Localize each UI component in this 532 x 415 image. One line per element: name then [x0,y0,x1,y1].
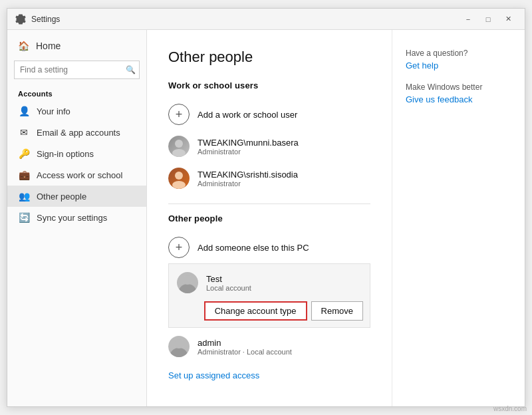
svg-point-1 [172,149,186,157]
admin-user-row[interactable]: admin Administrator · Local account [168,331,370,362]
add-work-user-row[interactable]: + Add a work or school user [168,98,370,130]
other-people-section-title: Other people [168,213,370,223]
tweaking-srishti-avatar [168,168,190,189]
work-school-section-title: Work or school users [168,80,370,90]
tweaking-srishti-name: TWEAKING\srishti.sisodia [198,170,298,180]
search-input[interactable] [14,61,140,79]
sidebar-item-label: Email & app accounts [37,128,120,138]
sidebar-item-other-people[interactable]: 👥 Other people [7,186,146,207]
page-title: Other people [168,49,370,66]
feedback-link[interactable]: Give us feedback [406,94,511,104]
email-icon: ✉ [18,127,30,138]
sidebar-section-label: Accounts [7,86,146,100]
tweaking-srishti-info: TWEAKING\srishti.sisodia Administrator [198,170,298,188]
sidebar-search: 🔍 [14,61,140,79]
tweaking-munni-sub: Administrator [198,148,299,156]
signin-icon: 🔑 [18,148,30,159]
maximize-button[interactable]: □ [479,13,497,26]
sidebar-item-label: Access work or school [37,170,122,180]
minimize-button[interactable]: − [460,13,477,26]
sidebar-item-label: Your info [37,106,70,116]
sidebar-item-work-school[interactable]: 💼 Access work or school [7,164,146,186]
sidebar-home-button[interactable]: 🏠 Home [7,35,146,57]
admin-user-name: admin [198,338,292,348]
sidebar-item-email-app[interactable]: ✉ Email & app accounts [7,122,146,143]
people-icon: 👥 [18,191,30,202]
sidebar-item-sync-settings[interactable]: 🔄 Sync your settings [7,207,146,228]
question-label: Have a question? [406,49,511,58]
titlebar-controls: − □ ✕ [460,13,517,26]
add-other-person-label: Add someone else to this PC [198,243,309,253]
sidebar: 🏠 Home 🔍 Accounts 👤 Your info ✉ Email & … [7,30,147,406]
home-label: Home [36,41,61,51]
right-panel: Have a question? Get help Make Windows b… [392,30,525,406]
setup-assigned-access-link[interactable]: Set up assigned access [168,370,259,380]
your-info-icon: 👤 [18,106,30,116]
add-other-person-row[interactable]: + Add someone else to this PC [168,231,370,263]
content-area: 🏠 Home 🔍 Accounts 👤 Your info ✉ Email & … [7,30,525,406]
search-icon: 🔍 [126,65,136,74]
close-button[interactable]: ✕ [499,13,517,26]
svg-point-5 [183,275,192,285]
admin-user-sub: Administrator · Local account [198,348,292,356]
test-user-sub: Local account [206,284,251,292]
tweaking-munni-info: TWEAKING\munni.basera Administrator [198,138,299,156]
main-content: Other people Work or school users + Add … [147,30,392,406]
change-account-type-button[interactable]: Change account type [204,301,307,321]
titlebar-left: Settings [15,14,60,25]
remove-button[interactable]: Remove [311,301,363,321]
svg-point-6 [170,348,188,357]
add-work-user-label: Add a work or school user [198,110,297,120]
add-person-icon: + [168,237,190,258]
work-icon: 💼 [18,170,30,180]
sidebar-item-your-info[interactable]: 👤 Your info [7,100,146,122]
settings-window: Settings − □ ✕ 🏠 Home 🔍 Accounts 👤 Your … [7,8,525,407]
sidebar-item-label: Sync your settings [37,213,107,223]
admin-user-avatar [168,336,190,357]
svg-point-4 [178,284,197,293]
tweaking-munni-row[interactable]: TWEAKING\munni.basera Administrator [168,130,370,162]
test-user-name: Test [206,274,251,284]
svg-point-7 [174,339,184,348]
titlebar: Settings − □ ✕ [7,9,525,30]
test-user-row[interactable]: Test Local account [176,269,363,296]
tweaking-srishti-sub: Administrator [198,180,298,188]
svg-point-3 [172,181,186,189]
add-work-user-icon: + [168,104,190,125]
test-user-info: Test Local account [206,274,251,292]
section-divider [168,204,370,204]
settings-app-icon [15,14,26,25]
titlebar-title: Settings [31,15,60,24]
svg-point-2 [175,172,183,180]
test-user-expanded-row: Test Local account Change account type R… [168,263,370,328]
admin-user-info: admin Administrator · Local account [198,338,292,356]
sidebar-item-signin[interactable]: 🔑 Sign-in options [7,143,146,164]
tweaking-munni-avatar [168,136,190,157]
sidebar-item-label: Other people [37,192,86,202]
tweaking-srishti-row[interactable]: TWEAKING\srishti.sisodia Administrator [168,162,370,194]
sidebar-item-label: Sign-in options [37,149,94,159]
sync-icon: 🔄 [18,212,30,223]
svg-point-0 [175,140,183,148]
tweaking-munni-name: TWEAKING\munni.basera [198,138,299,148]
watermark: wsxdn.com [493,405,527,412]
home-icon: 🏠 [18,41,29,51]
windows-label: Make Windows better [406,82,511,92]
test-user-actions: Change account type Remove [176,301,363,321]
get-help-link[interactable]: Get help [406,61,511,70]
test-user-avatar [177,272,198,293]
